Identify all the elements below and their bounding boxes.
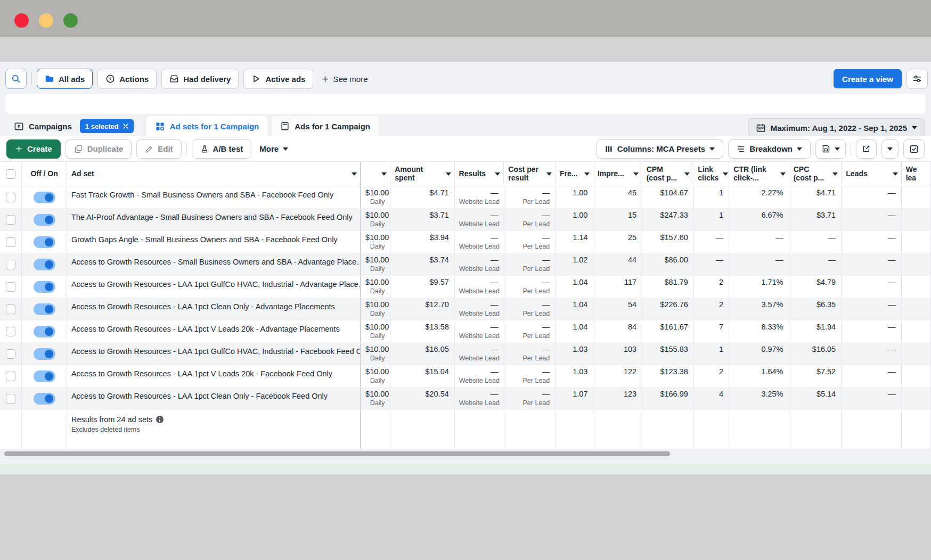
column-header-cpc[interactable]: CPC (cost p...	[789, 162, 842, 186]
more-button[interactable]: More	[256, 144, 291, 154]
sort-caret-icon[interactable]	[381, 172, 387, 176]
adset-name-link[interactable]: Access to Growth Resources - LAA 1pct V …	[71, 367, 332, 378]
horizontal-scrollbar[interactable]	[4, 451, 670, 456]
window-zoom-button[interactable]	[63, 13, 78, 28]
results-cell: —Website Lead	[455, 388, 504, 409]
export-button[interactable]	[856, 139, 877, 159]
adset-toggle[interactable]	[34, 370, 55, 382]
sort-caret-icon[interactable]	[684, 172, 690, 176]
column-header-cpm[interactable]: CPM (cost p...	[642, 162, 694, 186]
column-header-ad-set[interactable]: Ad set	[67, 162, 361, 186]
see-more-button[interactable]: See more	[318, 74, 371, 84]
adset-name-link[interactable]: Access to Growth Resources - Small Busin…	[71, 256, 361, 266]
adset-toggle[interactable]	[34, 393, 55, 405]
adset-name-link[interactable]: Access to Growth Resources - LAA 1pct Gu…	[71, 278, 361, 289]
breakdown-button[interactable]: Breakdown	[728, 139, 811, 159]
info-icon[interactable]	[156, 416, 164, 423]
adset-toggle[interactable]	[34, 348, 55, 360]
create-button[interactable]: Create	[6, 139, 61, 159]
table-row: Access to Growth Resources - LAA 1pct Cl…	[0, 388, 931, 410]
adset-toggle[interactable]	[34, 281, 55, 293]
column-header-link-clicks[interactable]: Link clicks	[693, 162, 729, 186]
adset-name-link[interactable]: Access to Growth Resources - LAA 1pct Cl…	[71, 390, 328, 400]
column-header-cost-per-result[interactable]: Cost per result	[504, 162, 556, 186]
adset-toggle[interactable]	[34, 214, 55, 226]
filter-had-delivery[interactable]: Had delivery	[161, 69, 239, 89]
row-checkbox[interactable]	[6, 193, 15, 202]
adset-name-link[interactable]: The AI-Proof Advantage - Small Business …	[71, 211, 353, 221]
column-header-results[interactable]: Results	[455, 162, 504, 186]
column-header-website-leads[interactable]: We lea	[902, 162, 931, 186]
column-header-frequency[interactable]: Fre...	[556, 162, 593, 186]
review-publish-button[interactable]	[903, 139, 925, 159]
adset-name-link[interactable]: Access to Growth Resources - LAA 1pct Cl…	[71, 300, 335, 311]
budget-cell: $10.00Daily	[361, 298, 390, 320]
row-checkbox[interactable]	[6, 237, 15, 247]
columns-button[interactable]: Columns: MCA Presets	[596, 139, 723, 159]
sort-caret-icon[interactable]	[780, 172, 786, 176]
column-header-budget[interactable]	[361, 162, 390, 186]
export-options-button[interactable]	[881, 139, 899, 159]
search-filter-bar[interactable]	[5, 94, 926, 114]
impressions-cell: 15	[593, 209, 642, 230]
edit-button[interactable]: Edit	[136, 139, 181, 159]
adset-name-link[interactable]: Access to Growth Resources - LAA 1pct Gu…	[71, 345, 361, 356]
adset-toggle[interactable]	[34, 192, 55, 203]
website-leads-cell	[902, 343, 931, 365]
tab-ads[interactable]: Ads for 1 Campaign	[272, 116, 379, 136]
adset-toggle[interactable]	[34, 259, 55, 270]
window-minimize-button[interactable]	[39, 13, 53, 28]
filter-label: Active ads	[265, 75, 305, 84]
column-header-leads[interactable]: Leads	[842, 162, 901, 186]
search-button[interactable]	[5, 69, 27, 89]
column-header-amount-spent[interactable]: Amount spent	[390, 162, 454, 186]
filter-actions[interactable]: Actions	[97, 69, 157, 89]
row-checkbox[interactable]	[6, 372, 15, 381]
cpm-cell: $166.99	[642, 388, 694, 409]
adset-name-link[interactable]: Fast Track Growth - Small Business Owner…	[71, 188, 333, 199]
reports-button[interactable]	[815, 139, 846, 159]
row-checkbox[interactable]	[6, 304, 15, 314]
cpm-cell: $86.00	[642, 253, 694, 275]
adset-name-link[interactable]: Growth Gaps Angle - Small Business Owner…	[71, 233, 338, 244]
row-checkbox[interactable]	[6, 282, 15, 292]
window-close-button[interactable]	[14, 13, 29, 28]
sort-caret-icon[interactable]	[584, 172, 590, 176]
select-all-checkbox[interactable]	[6, 169, 15, 179]
row-checkbox[interactable]	[6, 349, 15, 359]
impressions-cell: 117	[593, 276, 642, 298]
filter-active-ads[interactable]: Active ads	[243, 69, 313, 89]
sort-caret-icon[interactable]	[446, 172, 451, 176]
ctr-cell: 8.33%	[729, 320, 789, 342]
row-checkbox[interactable]	[6, 327, 15, 336]
cpm-cell: $247.33	[642, 209, 694, 230]
table-row: Access to Growth Resources - Small Busin…	[0, 253, 931, 276]
row-checkbox[interactable]	[6, 394, 15, 403]
row-checkbox[interactable]	[6, 215, 15, 225]
sort-caret-icon[interactable]	[495, 172, 500, 176]
sort-caret-icon[interactable]	[723, 172, 728, 176]
close-icon[interactable]	[123, 123, 128, 129]
sort-caret-icon[interactable]	[633, 172, 639, 176]
sort-caret-icon[interactable]	[546, 172, 552, 176]
create-a-view-button[interactable]: Create a view	[834, 69, 902, 88]
adset-toggle[interactable]	[34, 236, 55, 248]
sort-caret-icon[interactable]	[832, 172, 838, 176]
view-settings-button[interactable]	[907, 69, 928, 89]
column-header-impressions[interactable]: Impre...	[593, 162, 642, 186]
footer-select-cell	[0, 410, 22, 449]
duplicate-button[interactable]: Duplicate	[66, 139, 132, 159]
tab-campaigns[interactable]: Campaigns 1 selected	[5, 116, 142, 136]
date-range-selector[interactable]: Maximum: Aug 1, 2022 - Sep 1, 2025	[748, 118, 925, 137]
adset-name-link[interactable]: Access to Growth Resources - LAA 1pct V …	[71, 323, 340, 333]
sort-caret-icon[interactable]	[352, 172, 357, 176]
ab-test-button[interactable]: A/B test	[192, 139, 252, 159]
adset-toggle[interactable]	[34, 303, 55, 315]
row-checkbox[interactable]	[6, 260, 15, 269]
adset-toggle[interactable]	[34, 326, 55, 337]
sort-caret-icon[interactable]	[893, 172, 898, 176]
column-header-ctr[interactable]: CTR (link click-...	[729, 162, 789, 186]
filter-all-ads[interactable]: All ads	[37, 69, 93, 89]
tab-ad-sets[interactable]: Ad sets for 1 Campaign	[146, 116, 268, 136]
selected-filter-badge[interactable]: 1 selected	[80, 119, 134, 133]
